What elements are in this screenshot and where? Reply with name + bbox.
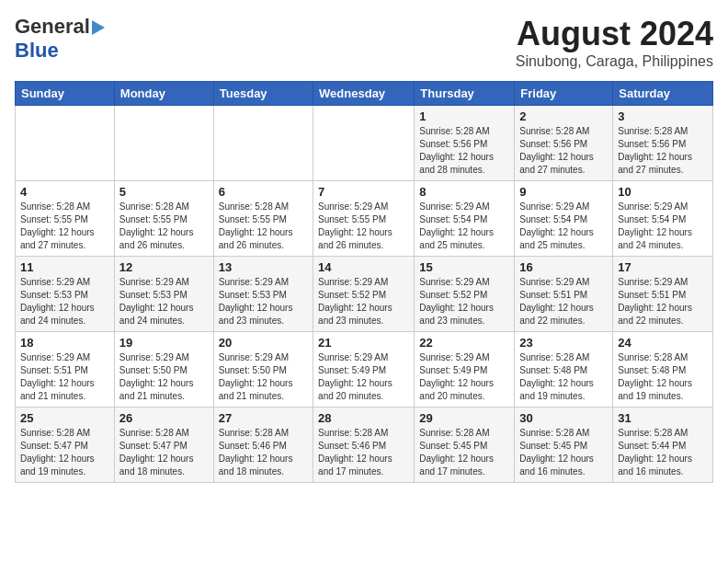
- day-number: 26: [119, 411, 209, 425]
- day-number: 6: [219, 185, 308, 199]
- day-info: Sunrise: 5:29 AM Sunset: 5:50 PM Dayligh…: [119, 351, 209, 403]
- calendar-cell: 19Sunrise: 5:29 AM Sunset: 5:50 PM Dayli…: [114, 332, 213, 408]
- calendar-cell: 24Sunrise: 5:28 AM Sunset: 5:48 PM Dayli…: [613, 332, 713, 408]
- day-info: Sunrise: 5:29 AM Sunset: 5:51 PM Dayligh…: [20, 351, 109, 403]
- day-info: Sunrise: 5:29 AM Sunset: 5:52 PM Dayligh…: [318, 276, 409, 327]
- day-info: Sunrise: 5:29 AM Sunset: 5:54 PM Dayligh…: [618, 201, 708, 252]
- calendar-cell: 16Sunrise: 5:29 AM Sunset: 5:51 PM Dayli…: [515, 257, 613, 332]
- day-number: 13: [219, 260, 308, 274]
- weekday-header-wednesday: Wednesday: [313, 82, 415, 106]
- calendar-cell: 22Sunrise: 5:29 AM Sunset: 5:49 PM Dayli…: [415, 332, 515, 408]
- weekday-header-sunday: Sunday: [16, 82, 115, 106]
- calendar-cell: 1Sunrise: 5:28 AM Sunset: 5:56 PM Daylig…: [415, 106, 515, 181]
- day-number: 18: [20, 336, 109, 350]
- day-info: Sunrise: 5:28 AM Sunset: 5:46 PM Dayligh…: [219, 427, 308, 478]
- calendar-cell: 15Sunrise: 5:29 AM Sunset: 5:52 PM Dayli…: [415, 257, 515, 332]
- calendar-cell: 18Sunrise: 5:29 AM Sunset: 5:51 PM Dayli…: [16, 332, 115, 408]
- day-number: 15: [419, 260, 509, 274]
- day-info: Sunrise: 5:28 AM Sunset: 5:55 PM Dayligh…: [219, 201, 308, 252]
- day-number: 19: [119, 336, 209, 350]
- calendar-cell: 27Sunrise: 5:28 AM Sunset: 5:46 PM Dayli…: [213, 408, 313, 483]
- day-info: Sunrise: 5:28 AM Sunset: 5:44 PM Dayligh…: [618, 427, 708, 478]
- day-info: Sunrise: 5:28 AM Sunset: 5:56 PM Dayligh…: [419, 125, 509, 177]
- calendar-cell: 14Sunrise: 5:29 AM Sunset: 5:52 PM Dayli…: [313, 257, 415, 332]
- calendar-cell: [114, 106, 213, 181]
- day-number: 3: [618, 109, 708, 123]
- calendar-cell: 8Sunrise: 5:29 AM Sunset: 5:54 PM Daylig…: [415, 181, 515, 257]
- day-number: 12: [119, 260, 209, 274]
- day-info: Sunrise: 5:29 AM Sunset: 5:50 PM Dayligh…: [219, 351, 308, 403]
- day-info: Sunrise: 5:28 AM Sunset: 5:56 PM Dayligh…: [519, 125, 608, 177]
- header: General Blue August 2024 Sinubong, Carag…: [15, 15, 713, 70]
- day-info: Sunrise: 5:28 AM Sunset: 5:47 PM Dayligh…: [20, 427, 109, 478]
- logo-blue: Blue: [15, 39, 59, 62]
- calendar-cell: 26Sunrise: 5:28 AM Sunset: 5:47 PM Dayli…: [114, 408, 213, 483]
- calendar-cell: 31Sunrise: 5:28 AM Sunset: 5:44 PM Dayli…: [613, 408, 713, 483]
- day-info: Sunrise: 5:29 AM Sunset: 5:53 PM Dayligh…: [119, 276, 209, 327]
- day-number: 31: [618, 411, 708, 425]
- calendar-cell: 17Sunrise: 5:29 AM Sunset: 5:51 PM Dayli…: [613, 257, 713, 332]
- day-info: Sunrise: 5:28 AM Sunset: 5:46 PM Dayligh…: [318, 427, 409, 478]
- day-info: Sunrise: 5:29 AM Sunset: 5:54 PM Dayligh…: [419, 201, 509, 252]
- day-number: 9: [519, 185, 608, 199]
- day-number: 17: [618, 260, 708, 274]
- day-info: Sunrise: 5:29 AM Sunset: 5:55 PM Dayligh…: [318, 201, 409, 252]
- calendar-cell: 7Sunrise: 5:29 AM Sunset: 5:55 PM Daylig…: [313, 181, 415, 257]
- calendar-cell: 30Sunrise: 5:28 AM Sunset: 5:45 PM Dayli…: [515, 408, 613, 483]
- day-info: Sunrise: 5:28 AM Sunset: 5:55 PM Dayligh…: [20, 201, 109, 252]
- calendar-cell: 9Sunrise: 5:29 AM Sunset: 5:54 PM Daylig…: [515, 181, 613, 257]
- day-number: 10: [618, 185, 708, 199]
- title-area: August 2024 Sinubong, Caraga, Philippine…: [516, 15, 713, 70]
- weekday-header-monday: Monday: [114, 82, 213, 106]
- calendar-cell: [213, 106, 313, 181]
- calendar-cell: 6Sunrise: 5:28 AM Sunset: 5:55 PM Daylig…: [213, 181, 313, 257]
- weekday-header-saturday: Saturday: [613, 82, 713, 106]
- day-number: 4: [20, 185, 109, 199]
- calendar-cell: 5Sunrise: 5:28 AM Sunset: 5:55 PM Daylig…: [114, 181, 213, 257]
- calendar-table: SundayMondayTuesdayWednesdayThursdayFrid…: [15, 81, 713, 483]
- day-number: 1: [419, 109, 509, 123]
- calendar-cell: 29Sunrise: 5:28 AM Sunset: 5:45 PM Dayli…: [415, 408, 515, 483]
- calendar-cell: 25Sunrise: 5:28 AM Sunset: 5:47 PM Dayli…: [16, 408, 115, 483]
- day-info: Sunrise: 5:28 AM Sunset: 5:55 PM Dayligh…: [119, 201, 209, 252]
- day-number: 2: [519, 109, 608, 123]
- day-info: Sunrise: 5:28 AM Sunset: 5:45 PM Dayligh…: [419, 427, 509, 478]
- day-number: 22: [419, 336, 509, 350]
- day-info: Sunrise: 5:28 AM Sunset: 5:48 PM Dayligh…: [519, 351, 608, 403]
- weekday-header-tuesday: Tuesday: [213, 82, 313, 106]
- day-number: 23: [519, 336, 608, 350]
- logo-arrow-icon: [92, 18, 112, 37]
- calendar-cell: 2Sunrise: 5:28 AM Sunset: 5:56 PM Daylig…: [515, 106, 613, 181]
- day-info: Sunrise: 5:28 AM Sunset: 5:56 PM Dayligh…: [618, 125, 708, 177]
- calendar-cell: 23Sunrise: 5:28 AM Sunset: 5:48 PM Dayli…: [515, 332, 613, 408]
- day-info: Sunrise: 5:29 AM Sunset: 5:49 PM Dayligh…: [318, 351, 409, 403]
- calendar-cell: 21Sunrise: 5:29 AM Sunset: 5:49 PM Dayli…: [313, 332, 415, 408]
- calendar-cell: 12Sunrise: 5:29 AM Sunset: 5:53 PM Dayli…: [114, 257, 213, 332]
- day-number: 11: [20, 260, 109, 274]
- calendar-cell: [16, 106, 115, 181]
- calendar-cell: 10Sunrise: 5:29 AM Sunset: 5:54 PM Dayli…: [613, 181, 713, 257]
- calendar-cell: 20Sunrise: 5:29 AM Sunset: 5:50 PM Dayli…: [213, 332, 313, 408]
- day-number: 8: [419, 185, 509, 199]
- day-info: Sunrise: 5:29 AM Sunset: 5:53 PM Dayligh…: [219, 276, 308, 327]
- month-year: August 2024: [516, 15, 713, 53]
- day-info: Sunrise: 5:29 AM Sunset: 5:51 PM Dayligh…: [618, 276, 708, 327]
- calendar-cell: 28Sunrise: 5:28 AM Sunset: 5:46 PM Dayli…: [313, 408, 415, 483]
- calendar-cell: 3Sunrise: 5:28 AM Sunset: 5:56 PM Daylig…: [613, 106, 713, 181]
- location: Sinubong, Caraga, Philippines: [516, 53, 713, 70]
- day-info: Sunrise: 5:29 AM Sunset: 5:54 PM Dayligh…: [519, 201, 608, 252]
- calendar-cell: [313, 106, 415, 181]
- day-info: Sunrise: 5:28 AM Sunset: 5:45 PM Dayligh…: [519, 427, 608, 478]
- day-info: Sunrise: 5:28 AM Sunset: 5:48 PM Dayligh…: [618, 351, 708, 403]
- day-number: 20: [219, 336, 308, 350]
- day-number: 25: [20, 411, 109, 425]
- weekday-header-friday: Friday: [515, 82, 613, 106]
- calendar-cell: 11Sunrise: 5:29 AM Sunset: 5:53 PM Dayli…: [16, 257, 115, 332]
- day-info: Sunrise: 5:29 AM Sunset: 5:53 PM Dayligh…: [20, 276, 109, 327]
- day-number: 30: [519, 411, 608, 425]
- day-number: 27: [219, 411, 308, 425]
- logo: General Blue: [15, 15, 112, 63]
- day-info: Sunrise: 5:29 AM Sunset: 5:49 PM Dayligh…: [419, 351, 509, 403]
- day-number: 5: [119, 185, 209, 199]
- logo-general: General: [15, 15, 90, 39]
